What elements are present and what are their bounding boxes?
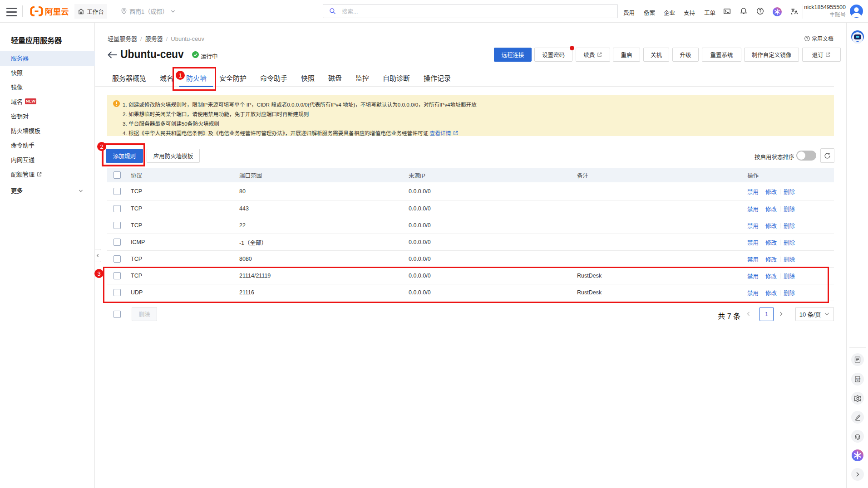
svg-text:APP: APP bbox=[856, 377, 861, 380]
svg-text:阿里云: 阿里云 bbox=[45, 7, 69, 16]
